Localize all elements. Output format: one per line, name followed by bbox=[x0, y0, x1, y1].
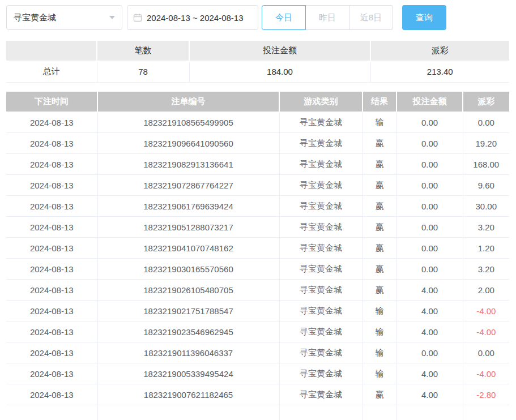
col-header-order-no: 注单编号 bbox=[97, 92, 279, 112]
payout-cell: 0.00 bbox=[463, 342, 509, 363]
date-range-value: 2024-08-13 ~ 2024-08-13 bbox=[147, 13, 244, 23]
bet-amount-cell: 0.00 bbox=[396, 154, 463, 175]
game-type-cell: 寻宝黄金城 bbox=[279, 363, 363, 384]
table-row: 2024-08-131823219041070748162寻宝黄金城赢0.001… bbox=[6, 238, 509, 259]
summary-table: 笔数 投注金额 派彩 总计 78 184.00 213.40 bbox=[6, 41, 509, 83]
payout-cell: 168.00 bbox=[463, 154, 509, 175]
table-row: 2024-08-131823219072867764227寻宝黄金城赢0.009… bbox=[6, 175, 509, 196]
payout-cell: -2.80 bbox=[463, 384, 509, 405]
result-cell: 输 bbox=[363, 342, 396, 363]
bet-time-cell: 2024-08-13 bbox=[6, 154, 97, 175]
today-button[interactable]: 今日 bbox=[262, 5, 306, 30]
order-no-cell: 1823219023546962945 bbox=[97, 322, 279, 342]
bet-time-cell: 2024-08-13 bbox=[6, 363, 97, 384]
col-header-game-type: 游戏类别 bbox=[279, 92, 363, 112]
records-table: 下注时间 注单编号 游戏类别 结果 投注金额 派彩 2024-08-131823… bbox=[6, 92, 509, 420]
order-no-cell bbox=[97, 405, 279, 420]
result-cell bbox=[363, 405, 396, 420]
result-cell: 赢 bbox=[363, 217, 396, 238]
game-type-cell: 寻宝黄金城 bbox=[279, 133, 363, 154]
result-cell: 输 bbox=[363, 363, 396, 384]
bet-amount-cell: 0.00 bbox=[396, 175, 463, 196]
order-no-cell: 1823219082913136641 bbox=[97, 154, 279, 175]
bet-time-cell: 2024-08-13 bbox=[6, 342, 97, 363]
game-select[interactable]: 寻宝黄金城 bbox=[6, 5, 122, 30]
payout-cell: 1.20 bbox=[463, 238, 509, 259]
table-row: 2024-08-131823219082913136641寻宝黄金城赢0.001… bbox=[6, 154, 509, 175]
order-no-cell: 1823219108565499905 bbox=[97, 112, 279, 133]
bet-amount-cell: 0.00 bbox=[396, 342, 463, 363]
table-row: 2024-08-131823219005339495424寻宝黄金城输4.00-… bbox=[6, 363, 509, 384]
game-type-cell: 寻宝黄金城 bbox=[279, 259, 363, 280]
payout-cell: -4.00 bbox=[463, 322, 509, 342]
result-cell: 赢 bbox=[363, 259, 396, 280]
order-no-cell: 1823219011396046337 bbox=[97, 342, 279, 363]
result-cell: 赢 bbox=[363, 196, 396, 217]
payout-cell: 9.60 bbox=[463, 175, 509, 196]
game-type-cell: 寻宝黄金城 bbox=[279, 384, 363, 405]
bet-time-cell: 2024-08-13 bbox=[6, 238, 97, 259]
order-no-cell: 1823219007621182465 bbox=[97, 384, 279, 405]
result-cell: 赢 bbox=[363, 133, 396, 154]
summary-header-bet-amount: 投注金额 bbox=[189, 41, 370, 61]
quick-date-buttons: 今日 昨日 近8日 bbox=[262, 5, 393, 30]
bet-amount-cell bbox=[396, 405, 463, 420]
bet-time-cell: 2024-08-13 bbox=[6, 280, 97, 301]
order-no-cell: 1823219041070748162 bbox=[97, 238, 279, 259]
summary-header-count: 笔数 bbox=[97, 41, 189, 61]
summary-header-row: 笔数 投注金额 派彩 bbox=[6, 41, 509, 61]
bet-time-cell: 2024-08-13 bbox=[6, 217, 97, 238]
bet-amount-cell: 0.00 bbox=[396, 217, 463, 238]
result-cell: 赢 bbox=[363, 238, 396, 259]
table-row: 2024-08-131823219061769639424寻宝黄金城赢0.003… bbox=[6, 196, 509, 217]
payout-cell: -4.00 bbox=[463, 363, 509, 384]
summary-total-row: 总计 78 184.00 213.40 bbox=[6, 61, 509, 82]
result-cell: 赢 bbox=[363, 175, 396, 196]
result-cell: 赢 bbox=[363, 154, 396, 175]
game-type-cell: 寻宝黄金城 bbox=[279, 342, 363, 363]
order-no-cell: 1823219051288073217 bbox=[97, 217, 279, 238]
game-select-value: 寻宝黄金城 bbox=[14, 12, 56, 23]
order-no-cell: 1823219026105480705 bbox=[97, 280, 279, 301]
game-type-cell: 寻宝黄金城 bbox=[279, 154, 363, 175]
result-cell: 赢 bbox=[363, 384, 396, 405]
game-type-cell: 寻宝黄金城 bbox=[279, 196, 363, 217]
game-type-cell: 寻宝黄金城 bbox=[279, 322, 363, 342]
result-cell: 输 bbox=[363, 112, 396, 133]
summary-header-empty bbox=[6, 41, 97, 61]
order-no-cell: 1823219072867764227 bbox=[97, 175, 279, 196]
result-cell: 输 bbox=[363, 322, 396, 342]
total-bet-amount: 184.00 bbox=[189, 61, 370, 82]
bet-amount-cell: 0.00 bbox=[396, 133, 463, 154]
last-8-days-button[interactable]: 近8日 bbox=[349, 5, 393, 30]
table-row: 2024-08-131823219096641090560寻宝黄金城赢0.001… bbox=[6, 133, 509, 154]
col-header-bet-time: 下注时间 bbox=[6, 92, 97, 112]
date-range-picker[interactable]: 2024-08-13 ~ 2024-08-13 bbox=[127, 5, 258, 30]
game-type-cell: 寻宝黄金城 bbox=[279, 301, 363, 322]
total-payout: 213.40 bbox=[370, 61, 509, 82]
total-count: 78 bbox=[97, 61, 189, 82]
order-no-cell: 1823219005339495424 bbox=[97, 363, 279, 384]
payout-cell: 3.20 bbox=[463, 217, 509, 238]
payout-cell: 2.00 bbox=[463, 280, 509, 301]
betting-records-page: 寻宝黄金城 2024-08-13 ~ 2024-08-13 今日 昨日 近8日 … bbox=[0, 0, 516, 420]
query-button[interactable]: 查询 bbox=[402, 5, 446, 30]
game-type-cell: 寻宝黄金城 bbox=[279, 217, 363, 238]
table-row: 2024-08-131823219030165570560寻宝黄金城赢0.003… bbox=[6, 259, 509, 280]
game-type-cell: 寻宝黄金城 bbox=[279, 280, 363, 301]
col-header-result: 结果 bbox=[363, 92, 396, 112]
table-row: 2024-08-131823219021751788547寻宝黄金城输4.00-… bbox=[6, 301, 509, 322]
order-no-cell: 1823219030165570560 bbox=[97, 259, 279, 280]
bet-amount-cell: 4.00 bbox=[396, 301, 463, 322]
table-row: 2024-08-131823219026105480705寻宝黄金城赢4.002… bbox=[6, 280, 509, 301]
bet-time-cell bbox=[6, 405, 97, 420]
payout-cell: 30.00 bbox=[463, 196, 509, 217]
order-no-cell: 1823219096641090560 bbox=[97, 133, 279, 154]
result-cell: 赢 bbox=[363, 280, 396, 301]
table-row bbox=[6, 405, 509, 420]
yesterday-button[interactable]: 昨日 bbox=[305, 5, 349, 30]
bet-time-cell: 2024-08-13 bbox=[6, 301, 97, 322]
payout-cell bbox=[463, 405, 509, 420]
bet-amount-cell: 0.00 bbox=[396, 196, 463, 217]
records-tbody: 2024-08-131823219108565499905寻宝黄金城输0.000… bbox=[6, 112, 509, 420]
